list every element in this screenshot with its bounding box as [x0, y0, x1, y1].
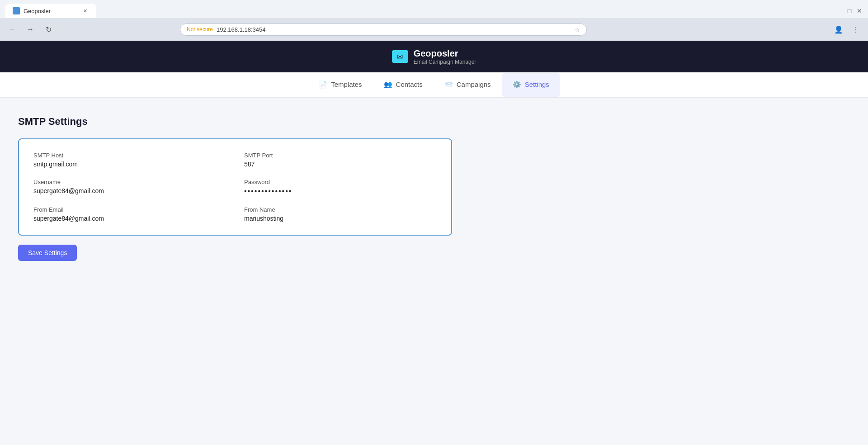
- username-label: Username: [33, 179, 226, 185]
- bookmark-icon[interactable]: ☆: [575, 26, 580, 33]
- from-email-field: From Email supergate84@gmail.com: [33, 206, 226, 222]
- nav-label-contacts: Contacts: [396, 80, 423, 88]
- main-content: SMTP Settings SMTP Host smtp.gmail.com S…: [0, 98, 868, 445]
- window-controls: − □ ✕: [836, 8, 863, 14]
- campaigns-icon: 📨: [444, 80, 453, 89]
- from-email-value: supergate84@gmail.com: [33, 215, 226, 222]
- smtp-host-field: SMTP Host smtp.gmail.com: [33, 152, 226, 168]
- nav-item-campaigns[interactable]: 📨 Campaigns: [434, 73, 502, 97]
- from-name-label: From Name: [244, 206, 437, 213]
- browser-chrome: Geoposler ✕ − □ ✕ ← → ↻ Not secure 192.1…: [0, 0, 868, 41]
- save-settings-button[interactable]: Save Settings: [18, 245, 77, 261]
- smtp-port-label: SMTP Port: [244, 152, 437, 159]
- page-title: SMTP Settings: [18, 116, 850, 128]
- tab-title: Geoposler: [24, 8, 51, 14]
- browser-tab[interactable]: Geoposler ✕: [5, 4, 96, 18]
- nav-label-campaigns: Campaigns: [457, 80, 491, 88]
- address-bar-actions: ☆: [575, 26, 580, 33]
- password-label: Password: [244, 179, 437, 185]
- nav-label-settings: Settings: [525, 80, 549, 88]
- smtp-host-value: smtp.gmail.com: [33, 161, 226, 168]
- back-button[interactable]: ←: [5, 23, 19, 36]
- app-logo-area: Geoposler Email Campaign Manager: [392, 48, 476, 65]
- app-subtitle: Email Campaign Manager: [414, 59, 476, 65]
- from-name-value: mariushosting: [244, 215, 437, 222]
- username-value: supergate84@gmail.com: [33, 187, 226, 194]
- nav-item-templates[interactable]: 📄 Templates: [308, 73, 373, 97]
- smtp-host-label: SMTP Host: [33, 152, 226, 159]
- password-field: Password ••••••••••••••: [244, 179, 437, 195]
- app-logo-icon: [392, 50, 408, 63]
- url-display: 192.168.1.18:3454: [217, 26, 265, 33]
- username-field: Username supergate84@gmail.com: [33, 179, 226, 195]
- settings-grid: SMTP Host smtp.gmail.com SMTP Port 587 U…: [33, 152, 437, 222]
- nav-item-settings[interactable]: ⚙️ Settings: [502, 73, 560, 97]
- from-name-field: From Name mariushosting: [244, 206, 437, 222]
- password-value: ••••••••••••••: [244, 187, 437, 195]
- app-title-block: Geoposler Email Campaign Manager: [414, 48, 476, 65]
- security-warning: Not secure: [187, 26, 213, 33]
- forward-button[interactable]: →: [24, 23, 37, 36]
- smtp-port-value: 587: [244, 161, 437, 168]
- contacts-icon: 👥: [384, 80, 392, 89]
- app-header: Geoposler Email Campaign Manager: [0, 41, 868, 72]
- settings-icon: ⚙️: [513, 80, 521, 89]
- address-bar[interactable]: Not secure 192.168.1.18:3454 ☆: [180, 24, 587, 36]
- minimize-button[interactable]: −: [836, 8, 843, 14]
- browser-toolbar: ← → ↻ Not secure 192.168.1.18:3454 ☆ 👤 ⋮: [0, 18, 868, 41]
- maximize-button[interactable]: □: [846, 8, 853, 14]
- smtp-settings-card: SMTP Host smtp.gmail.com SMTP Port 587 U…: [18, 138, 452, 236]
- profile-button[interactable]: 👤: [832, 23, 845, 36]
- from-email-label: From Email: [33, 206, 226, 213]
- nav-label-templates: Templates: [331, 80, 362, 88]
- nav-item-contacts[interactable]: 👥 Contacts: [373, 73, 434, 97]
- close-button[interactable]: ✕: [856, 8, 863, 14]
- templates-icon: 📄: [319, 80, 327, 89]
- reload-button[interactable]: ↻: [42, 23, 55, 36]
- app-navigation: 📄 Templates 👥 Contacts 📨 Campaigns ⚙️ Se…: [0, 72, 868, 98]
- app-name: Geoposler: [414, 48, 476, 59]
- browser-titlebar: Geoposler ✕ − □ ✕: [0, 0, 868, 18]
- smtp-port-field: SMTP Port 587: [244, 152, 437, 168]
- tab-favicon: [13, 7, 20, 14]
- tab-close-button[interactable]: ✕: [81, 7, 89, 14]
- menu-button[interactable]: ⋮: [849, 23, 863, 36]
- toolbar-right: 👤 ⋮: [832, 23, 863, 36]
